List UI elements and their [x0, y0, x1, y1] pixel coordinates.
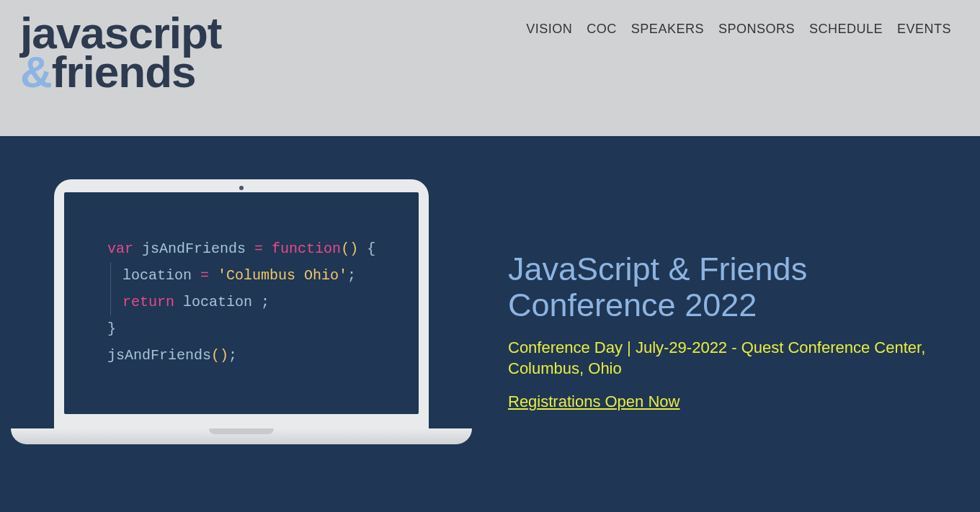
code-line-3: return location ;: [122, 289, 383, 315]
hero-left-column: var jsAndFriends = function() { location…: [0, 136, 490, 512]
hero-right-column: JavaScript & Friends Conference 2022 Con…: [490, 136, 980, 512]
hero-section: var jsAndFriends = function() { location…: [0, 136, 980, 512]
hero-title: JavaScript & Friends Conference 2022: [508, 251, 951, 324]
site-header: javascript &friends VISION COC SPEAKERS …: [0, 0, 980, 136]
code-indent-block: location = 'Columbus Ohio'; return locat…: [110, 262, 383, 315]
hero-subtitle: Conference Day | July-29-2022 - Quest Co…: [508, 337, 951, 379]
code-line-5: jsAndFriends();: [107, 342, 383, 369]
nav-schedule[interactable]: SCHEDULE: [809, 22, 883, 37]
laptop-illustration: var jsAndFriends = function() { location…: [11, 179, 472, 444]
code-line-4: }: [107, 315, 383, 342]
laptop-screen: var jsAndFriends = function() { location…: [64, 192, 419, 414]
laptop-trackpad-notch: [209, 428, 274, 434]
logo-ampersand: &: [20, 47, 52, 96]
code-line-1: var jsAndFriends = function() {: [107, 235, 383, 262]
code-line-2: location = 'Columbus Ohio';: [122, 262, 383, 289]
nav-vision[interactable]: VISION: [526, 22, 572, 37]
laptop-bezel: var jsAndFriends = function() { location…: [54, 179, 429, 428]
nav-speakers[interactable]: SPEAKERS: [631, 22, 704, 37]
registration-link[interactable]: Registrations Open Now: [508, 392, 680, 410]
nav-events[interactable]: EVENTS: [897, 22, 951, 37]
laptop-base: [11, 428, 472, 444]
logo-line2-rest: friends: [52, 47, 196, 96]
nav-coc[interactable]: COC: [587, 22, 617, 37]
nav-sponsors[interactable]: SPONSORS: [718, 22, 795, 37]
site-logo[interactable]: javascript &friends: [20, 13, 222, 92]
laptop-camera-icon: [239, 186, 244, 190]
primary-nav: VISION COC SPEAKERS SPONSORS SCHEDULE EV…: [526, 13, 951, 37]
logo-line2: &friends: [20, 52, 222, 92]
